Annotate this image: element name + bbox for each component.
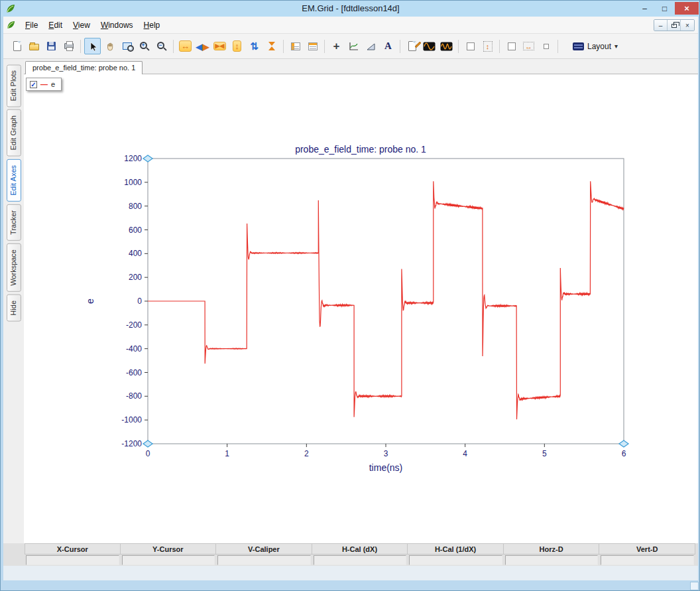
tracker-button[interactable]: [345, 38, 362, 54]
svg-text:time(ns): time(ns): [369, 462, 403, 473]
column-header-h-cal-dx: H-Cal (dX): [312, 543, 408, 555]
toolbar-separator: [324, 40, 325, 53]
checkbox-empty-icon: [508, 42, 516, 50]
resize-grip[interactable]: [690, 582, 699, 590]
readout-cell-h-cal-1dx: [409, 555, 502, 565]
select-tool-button[interactable]: [84, 38, 101, 54]
text-label-button[interactable]: A: [380, 38, 396, 54]
v-expand-button[interactable]: ↕: [229, 38, 245, 54]
menu-edit[interactable]: Edit: [43, 18, 68, 33]
save-button[interactable]: [43, 38, 60, 54]
h-compress-icon: ▶◀: [213, 42, 227, 50]
column-header-vert-d: Vert-D: [599, 543, 695, 555]
svg-text:4: 4: [463, 449, 467, 458]
v-fit-checkbox[interactable]: [462, 38, 479, 54]
plot-canvas[interactable]: ✓ — e -1200-1000-800-600-400-20002004006…: [24, 74, 698, 543]
sidebar-item-tracker[interactable]: Tracker: [7, 204, 21, 241]
document-area: probe_e_field_time: probe no. 1 ✓ — e -1…: [24, 59, 698, 543]
open-file-button[interactable]: [26, 38, 42, 54]
svg-text:1: 1: [225, 449, 229, 458]
svg-text:-800: -800: [126, 391, 142, 401]
document-tabstrip: probe_e_field_time: probe no. 1: [24, 59, 698, 74]
waveform-single-button[interactable]: [421, 38, 438, 54]
print-button[interactable]: [60, 38, 77, 54]
legend-checkbox[interactable]: ✓: [30, 81, 37, 88]
small-box-icon: [544, 44, 549, 49]
svg-text:2: 2: [304, 449, 309, 458]
report-table-button[interactable]: [304, 38, 321, 54]
sidebar-item-edit-plots[interactable]: Edit Plots: [7, 64, 21, 107]
chart[interactable]: -1200-1000-800-600-400-20002004006008001…: [24, 74, 698, 543]
sidebar-item-hide[interactable]: Hide: [7, 295, 21, 322]
fit-vertical-icon: ↕: [483, 41, 493, 52]
menu-help[interactable]: Help: [139, 18, 166, 33]
pan-hand-icon: [105, 41, 115, 52]
column-header-horz-d: Horz-D: [504, 543, 600, 555]
svg-text:1000: 1000: [124, 178, 142, 187]
zoom-in-button[interactable]: +: [136, 38, 152, 54]
maximize-button[interactable]: □: [655, 2, 674, 15]
slope-button[interactable]: [363, 38, 379, 54]
mdi-minimize-button[interactable]: –: [654, 20, 668, 31]
svg-text:5: 5: [542, 449, 547, 458]
document-tab[interactable]: probe_e_field_time: probe no. 1: [25, 61, 143, 75]
menu-windows[interactable]: Windows: [95, 18, 139, 33]
pan-tool-button[interactable]: [101, 38, 118, 54]
layout-dropdown-button[interactable]: Layout ▾: [568, 40, 622, 53]
legend-series-label: e: [51, 80, 55, 88]
h-arrows-icon: ◀▶: [196, 40, 209, 52]
waveform-double-button[interactable]: [438, 38, 455, 54]
toolbar-separator: [557, 40, 558, 53]
crosshair-button[interactable]: +: [328, 38, 345, 54]
h-compress-button[interactable]: ▶◀: [211, 38, 228, 54]
report-table-icon: [308, 42, 318, 50]
layout-icon: [573, 42, 584, 50]
column-header-v-caliper: V-Caliper: [216, 543, 312, 555]
layout-label: Layout: [587, 42, 611, 51]
svg-text:-1000: -1000: [121, 415, 142, 425]
h-fit-target-button[interactable]: [538, 38, 554, 54]
data-table-button[interactable]: [287, 38, 304, 54]
h-expand-button[interactable]: ↔: [177, 38, 194, 54]
h-scroll-button[interactable]: ◀▶: [194, 38, 211, 54]
sidebar-item-edit-graph[interactable]: Edit Graph: [7, 109, 21, 157]
sidebar-item-edit-axes[interactable]: Edit Axes: [7, 159, 21, 202]
h-fit-button[interactable]: ↔: [520, 38, 537, 54]
edit-plot-button[interactable]: [404, 38, 420, 54]
mdi-close-button[interactable]: ×: [681, 20, 694, 31]
v-expand-icon: ↕: [233, 40, 241, 52]
v-arrows-icon: ⇅: [250, 41, 259, 51]
menu-view[interactable]: View: [68, 18, 95, 33]
h-fit-checkbox[interactable]: [503, 38, 520, 54]
window-title: EM.Grid - [fdtdlesson14d]: [1, 1, 700, 17]
h-expand-icon: ↔: [179, 40, 192, 52]
checkbox-empty-icon: [467, 42, 475, 50]
svg-text:-400: -400: [126, 344, 142, 354]
toolbar-separator: [173, 40, 174, 53]
zoom-out-icon: −: [157, 42, 164, 49]
menu-file[interactable]: File: [20, 18, 43, 33]
cursor-arrow-icon: [88, 41, 98, 52]
autoscale-button[interactable]: [263, 38, 280, 54]
close-button[interactable]: ×: [675, 2, 699, 15]
zoom-window-icon: [123, 42, 132, 50]
svg-text:800: 800: [129, 202, 142, 211]
bottom-filler: [3, 566, 698, 580]
chevron-down-icon: ▾: [614, 42, 618, 50]
zoom-out-button[interactable]: −: [153, 38, 170, 54]
v-fit-button[interactable]: ↕: [479, 38, 496, 54]
svg-text:3: 3: [384, 449, 388, 458]
column-header-y-cursor: Y-Cursor: [121, 543, 217, 555]
zoom-window-button[interactable]: [119, 38, 135, 54]
new-file-button[interactable]: [9, 38, 25, 54]
save-floppy-icon: [47, 42, 56, 50]
svg-text:600: 600: [129, 226, 142, 235]
readout-cell-h-cal-dx: [314, 555, 407, 565]
v-scroll-button[interactable]: ⇅: [246, 38, 262, 54]
legend-line: —: [40, 80, 48, 88]
mdi-restore-button[interactable]: [668, 20, 681, 31]
open-folder-icon: [29, 44, 39, 50]
minimize-button[interactable]: –: [635, 2, 654, 15]
svg-text:-200: -200: [126, 320, 142, 330]
sidebar-item-workspace[interactable]: Workspace: [7, 243, 21, 292]
